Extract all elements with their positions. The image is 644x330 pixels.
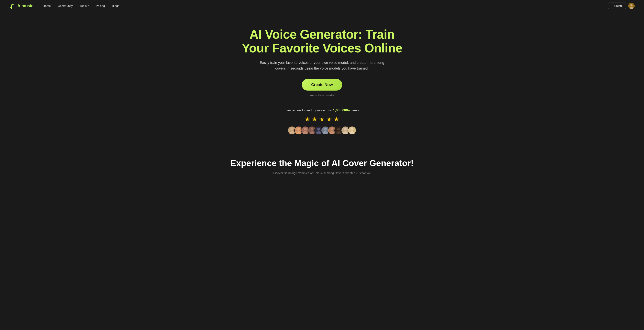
- nav-link-blogs[interactable]: Blogs: [112, 4, 120, 8]
- create-now-button[interactable]: Create Now: [302, 79, 342, 90]
- svg-point-9: [303, 132, 308, 134]
- user-avatar-10: [348, 126, 356, 135]
- svg-point-13: [317, 128, 320, 131]
- logo[interactable]: Aimusic: [10, 3, 34, 9]
- svg-point-4: [290, 128, 294, 131]
- create-button[interactable]: + Create: [608, 2, 626, 9]
- tools-dropdown-icon: ▾: [88, 5, 89, 7]
- magic-title: Experience the Magic of AI Cover Generat…: [5, 158, 639, 168]
- logo-icon: [10, 3, 16, 9]
- nav-link-community[interactable]: Community: [58, 4, 73, 8]
- svg-point-23: [343, 132, 348, 134]
- avatar-image: [628, 3, 634, 9]
- svg-point-17: [331, 128, 334, 131]
- svg-point-0: [10, 7, 12, 8]
- svg-point-15: [324, 128, 327, 131]
- no-credit-card-text: No credit card needed: [310, 94, 334, 97]
- svg-point-5: [290, 132, 294, 134]
- logo-text: Aimusic: [17, 3, 34, 8]
- hero-title: AI Voice Generator: Train Your Favorite …: [242, 28, 402, 55]
- hero-subtitle: Easily train your favorite voices or you…: [259, 60, 385, 71]
- nav-link-pricing[interactable]: Pricing: [96, 4, 105, 8]
- stars-row: ★ ★ ★ ★ ★: [304, 116, 339, 123]
- star-5: ★: [334, 116, 339, 123]
- svg-point-18: [330, 132, 334, 134]
- svg-point-8: [304, 128, 307, 131]
- star-2: ★: [312, 116, 318, 123]
- hero-section: AI Voice Generator: Train Your Favorite …: [0, 12, 644, 154]
- trust-text: Trusted and loved by more than 1,000,000…: [285, 108, 359, 112]
- nav-link-home[interactable]: Home: [43, 4, 51, 8]
- plus-icon: +: [612, 4, 613, 8]
- trust-text-after: users: [350, 108, 359, 112]
- avatar[interactable]: [628, 3, 634, 9]
- svg-point-10: [310, 128, 314, 131]
- magic-section: Experience the Magic of AI Cover Generat…: [0, 154, 644, 182]
- svg-point-7: [296, 132, 301, 134]
- svg-point-14: [316, 132, 321, 134]
- create-button-label: Create: [614, 4, 622, 8]
- svg-point-22: [344, 128, 347, 131]
- trust-highlight: 1,000,000+: [333, 108, 350, 112]
- svg-point-24: [351, 128, 354, 131]
- svg-point-20: [337, 128, 340, 131]
- svg-point-6: [297, 128, 300, 131]
- magic-subtitle: Discover Stunning Examples of Unique AI …: [5, 171, 639, 174]
- user-avatars-row: [288, 126, 356, 135]
- star-1: ★: [304, 116, 310, 123]
- svg-point-21: [336, 132, 341, 134]
- nav-links: Home Community Tools ▾ Pricing Blogs: [43, 4, 608, 8]
- star-3: ★: [319, 116, 325, 123]
- trust-section: Trusted and loved by more than 1,000,000…: [285, 108, 359, 135]
- svg-point-25: [350, 132, 354, 134]
- nav-actions: + Create: [608, 2, 634, 9]
- svg-point-16: [323, 132, 328, 134]
- trust-text-before: Trusted and loved by more than: [285, 108, 333, 112]
- svg-point-11: [310, 132, 314, 134]
- navbar: Aimusic Home Community Tools ▾ Pricing B…: [0, 0, 644, 12]
- nav-link-tools[interactable]: Tools ▾: [80, 4, 89, 8]
- svg-point-2: [630, 4, 632, 6]
- star-4: ★: [326, 116, 332, 123]
